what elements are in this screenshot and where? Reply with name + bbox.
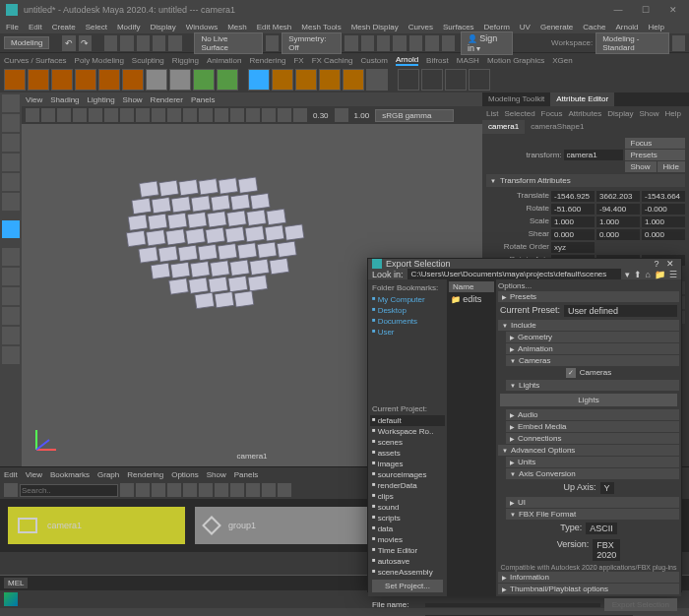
project-item[interactable]: movies <box>370 534 445 545</box>
node-camera[interactable]: camera1 <box>8 507 185 544</box>
menu-help[interactable]: Help <box>649 23 664 31</box>
menu-edit[interactable]: Edit <box>29 23 42 31</box>
shelf-tab[interactable]: Sculpting <box>132 56 164 65</box>
project-item[interactable]: sourceimages <box>370 469 445 480</box>
bookmark-item[interactable]: Desktop <box>370 305 445 316</box>
ae-menu[interactable]: Selected <box>504 109 534 118</box>
shelf-icon[interactable] <box>469 69 490 91</box>
bookmark-item[interactable]: Documents <box>370 316 445 327</box>
shelf-icon[interactable] <box>169 69 191 91</box>
menu-editmesh[interactable]: Edit Mesh <box>257 23 292 31</box>
ae-menu[interactable]: Help <box>664 109 680 118</box>
mel-toggle[interactable]: MEL <box>4 578 28 588</box>
ae-menu[interactable]: Show <box>639 109 658 118</box>
preset-value[interactable]: User defined <box>564 305 677 317</box>
shelf-icon[interactable] <box>272 69 293 91</box>
signin-button[interactable]: 👤 Sign in ▾ <box>461 31 513 55</box>
ne-tool-icon[interactable] <box>246 483 260 497</box>
project-item[interactable]: data <box>370 524 445 534</box>
vp-tool-icon[interactable] <box>262 108 276 122</box>
layout-icon[interactable] <box>2 268 20 285</box>
tool-icon[interactable]: ↶ <box>62 35 75 51</box>
presets-button[interactable]: Presets <box>625 150 685 160</box>
cameras-checkbox[interactable]: Cameras <box>498 367 679 379</box>
project-item[interactable]: scenes <box>370 437 445 448</box>
shelf-tab[interactable]: Rendering <box>249 56 285 65</box>
node-tab-camera[interactable]: camera1 <box>482 120 525 134</box>
project-item[interactable]: Workspace Ro.. <box>370 426 445 437</box>
menu-create[interactable]: Create <box>52 23 76 31</box>
menu-display[interactable]: Display <box>151 23 176 31</box>
layout-icon[interactable] <box>2 327 20 344</box>
hide-button[interactable]: Hide <box>658 161 685 172</box>
ne-menu[interactable]: Rendering <box>127 470 163 479</box>
shelf-icon[interactable] <box>75 69 96 91</box>
vp-menu-shading[interactable]: Shading <box>50 95 79 104</box>
shelf-icon[interactable] <box>98 69 120 91</box>
rotate-order[interactable]: xyz <box>551 242 595 253</box>
focus-button[interactable]: Focus <box>625 138 685 149</box>
name-column[interactable]: Name <box>449 281 494 292</box>
section-transform[interactable]: Transform Attributes <box>486 174 685 187</box>
nav-icon[interactable]: ▾ <box>625 270 630 279</box>
translate-z[interactable]: -1543.664 <box>642 191 685 202</box>
shelf-icon[interactable] <box>445 69 467 91</box>
home-icon[interactable]: ⌂ <box>646 270 651 279</box>
ne-tool-icon[interactable] <box>120 483 134 497</box>
menu-meshtools[interactable]: Mesh Tools <box>301 23 341 31</box>
shelf-tab[interactable]: Rigging <box>172 56 199 65</box>
vp-tool-icon[interactable] <box>199 108 213 122</box>
ne-tool-icon[interactable] <box>136 483 150 497</box>
vp-tool-icon[interactable] <box>136 108 150 122</box>
opt-animation[interactable]: Animation <box>506 343 679 354</box>
project-item[interactable]: sceneAssembly <box>370 567 445 578</box>
opt-units[interactable]: Units <box>506 457 679 467</box>
tool-icon[interactable] <box>137 35 150 51</box>
vp-tool-icon[interactable] <box>26 108 39 122</box>
vp-menu-renderer[interactable]: Renderer <box>151 95 183 104</box>
ne-menu[interactable]: Options <box>171 470 199 479</box>
mode-dropdown[interactable]: Modeling <box>4 36 49 49</box>
vp-tool-icon[interactable] <box>278 108 291 122</box>
shelf-icon[interactable] <box>28 69 49 91</box>
opt-include[interactable]: Include <box>498 320 679 331</box>
ne-tool-icon[interactable] <box>4 483 18 497</box>
lasso-tool-icon[interactable] <box>2 114 20 132</box>
ne-tool-icon[interactable] <box>215 483 228 497</box>
vp-tool-icon[interactable] <box>89 108 102 122</box>
move-tool-icon[interactable] <box>2 154 20 171</box>
bookmark-item[interactable]: User <box>370 327 445 338</box>
menu-windows[interactable]: Windows <box>186 23 218 31</box>
shear-z[interactable]: 0.000 <box>642 229 685 240</box>
ae-menu[interactable]: Attributes <box>568 109 601 118</box>
upaxis-value[interactable]: Y <box>600 482 614 494</box>
dialog-close-button[interactable]: ✕ <box>663 259 677 269</box>
filename-input[interactable] <box>425 603 600 607</box>
dialog-help-button[interactable]: ? <box>650 259 663 269</box>
shelf-icon[interactable] <box>51 69 73 91</box>
vp-tool-icon[interactable] <box>57 108 71 122</box>
shelf-icon[interactable] <box>248 69 270 91</box>
shelf-icon[interactable] <box>217 69 238 91</box>
shelf-icon[interactable] <box>295 69 317 91</box>
vp-tool-icon[interactable] <box>183 108 197 122</box>
rotate-x[interactable]: -51.600 <box>551 204 595 215</box>
project-item[interactable]: assets <box>370 448 445 459</box>
ae-menu[interactable]: List <box>486 109 498 118</box>
tool-icon[interactable] <box>361 35 374 51</box>
vp-menu-show[interactable]: Show <box>123 95 143 104</box>
ne-tool-icon[interactable] <box>167 483 181 497</box>
shelf-tab-active[interactable]: Arnold <box>396 55 418 66</box>
shelf-tab[interactable]: Motion Graphics <box>487 56 544 65</box>
opt-info[interactable]: Information <box>498 572 679 583</box>
menu-meshdisplay[interactable]: Mesh Display <box>351 23 399 31</box>
vp-tool-icon[interactable] <box>120 108 134 122</box>
project-item[interactable]: autosave <box>370 556 445 567</box>
live-surface[interactable]: No Live Surface <box>194 32 262 54</box>
newfolder-icon[interactable]: 📁 <box>655 270 665 279</box>
folder-item[interactable]: 📁 edits <box>449 292 494 306</box>
type-value[interactable]: ASCII <box>586 523 617 534</box>
shelf-tab[interactable]: FX <box>293 56 303 65</box>
ne-tool-icon[interactable] <box>262 483 276 497</box>
project-item[interactable]: renderData <box>370 480 445 491</box>
